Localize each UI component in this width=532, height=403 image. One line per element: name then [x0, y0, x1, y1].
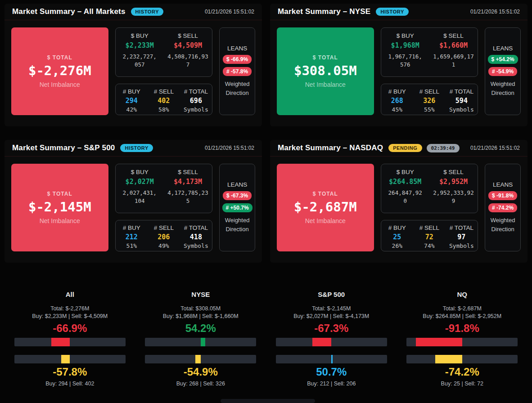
dollar-sell-value: $1,660M — [439, 41, 468, 49]
panel-nasdaq: Market Summary – NASDAQ PENDING 02:39:49… — [270, 140, 527, 263]
count-total-label: # TOTAL — [450, 224, 473, 231]
count-sell-cell: # SELL 206 49% — [148, 224, 180, 251]
horizontal-scrollbar[interactable] — [221, 399, 315, 403]
total-label: $ TOTAL — [313, 54, 338, 61]
total-label: $ TOTAL — [47, 191, 72, 197]
timestamp: 01/21/2026 15:51:02 — [205, 145, 254, 151]
net-imbalance-label: Net Imbalance — [40, 217, 80, 224]
total-value: $308.05M — [294, 63, 357, 78]
weighted-direction-label: Weighted Direction — [485, 216, 520, 234]
weighted-direction-label: Weighted Direction — [485, 80, 520, 98]
leans-box: LEANS $ -91.8% # -74.2% Weighted Directi… — [485, 164, 521, 251]
total-value: $-2,145M — [28, 199, 91, 215]
count-total-cell: # TOTAL 594 Symbols — [446, 88, 478, 115]
stats-column: $ BUY $264.85M 264,847,920 $ SELL $2,952… — [381, 164, 478, 258]
weighted-direction-label: Weighted Direction — [220, 216, 255, 234]
dollar-stats-box: $ BUY $2,233M 2,232,727,057 $ SELL $4,50… — [115, 27, 213, 77]
count-sell-pct: 74% — [424, 242, 434, 249]
count-buy-label: # BUY — [388, 88, 406, 95]
timestamp: 01/21/2026 15:51:02 — [470, 145, 520, 151]
net-imbalance-card: $ TOTAL $-2,276M Net Imbalance — [11, 27, 108, 115]
lean-count-pill: # -74.2% — [488, 203, 517, 212]
panel-title: Market Summary – NASDAQ — [278, 143, 383, 152]
dollar-sell-cell: $ SELL $1,660M 1,659,669,171 — [429, 32, 478, 76]
dollar-sell-raw: 4,172,785,235 — [167, 189, 209, 205]
count-buy-label: # BUY — [388, 224, 406, 231]
summary-counts-line: Buy: 268 | Sell: 326 — [176, 381, 225, 387]
total-value: $-2,687M — [294, 199, 357, 215]
summary-buysell-line: Buy: $2,027M | Sell: $-4,173M — [293, 313, 369, 319]
count-sell-cell: # SELL 402 58% — [148, 88, 180, 115]
count-buy-pct: 45% — [392, 106, 402, 113]
dollar-buy-label: $ BUY — [131, 32, 149, 39]
summary-market-name: All — [66, 291, 74, 298]
lean-count-pill: # -57.8% — [223, 67, 252, 76]
summary-market-name: S&P 500 — [318, 291, 345, 298]
dollar-lean-percent: -91.8% — [445, 322, 479, 335]
net-imbalance-card: $ TOTAL $-2,145M Net Imbalance — [11, 164, 108, 251]
panel-body: $ TOTAL $308.05M Net Imbalance $ BUY $1,… — [270, 20, 527, 122]
dollar-buy-value: $264.85M — [389, 178, 421, 186]
dollar-buy-value: $1,968M — [391, 41, 419, 49]
leans-box: LEANS $ -67.3% # +50.7% Weighted Directi… — [219, 164, 255, 251]
dollar-stats-box: $ BUY $1,968M 1,967,716,576 $ SELL $1,66… — [381, 27, 478, 77]
dollar-buy-raw: 2,027,431,104 — [122, 189, 158, 205]
count-lean-bar — [276, 355, 387, 363]
lean-count-pill: # -54.9% — [488, 67, 517, 76]
dollar-buy-value: $2,027M — [126, 178, 154, 186]
count-buy-value: 294 — [126, 97, 138, 105]
count-sell-label: # SELL — [154, 224, 174, 231]
count-sell-pct: 49% — [158, 242, 169, 249]
dollar-buy-label: $ BUY — [131, 169, 149, 175]
count-sell-value: 402 — [158, 97, 170, 105]
count-sell-value: 72 — [425, 233, 433, 241]
summary-counts-line: Buy: 294 | Sell: 402 — [45, 381, 94, 387]
dollar-sell-value: $2,952M — [439, 178, 468, 186]
count-lean-marker — [331, 355, 333, 363]
count-buy-cell: # BUY 212 51% — [116, 224, 148, 251]
count-lean-bar — [145, 355, 256, 363]
status-badge: HISTORY — [120, 144, 153, 152]
summary-total-line: Total: $-2,276M — [50, 305, 89, 312]
leans-box: LEANS $ +54.2% # -54.9% Weighted Directi… — [485, 27, 521, 115]
summary-counts-line: Buy: 212 | Sell: 206 — [307, 381, 356, 387]
dollar-lean-percent: -67.3% — [314, 322, 348, 335]
count-buy-pct: 26% — [392, 242, 402, 249]
dollar-buy-label: $ BUY — [397, 169, 414, 175]
symbols-label: Symbols — [449, 106, 474, 113]
count-lean-percent: -57.8% — [53, 366, 87, 378]
dollar-buy-label: $ BUY — [397, 32, 414, 39]
dollar-lean-marker — [201, 338, 205, 346]
count-total-label: # TOTAL — [184, 88, 208, 95]
count-lean-marker — [435, 355, 462, 363]
panel-body: $ TOTAL $-2,687M Net Imbalance $ BUY $26… — [270, 157, 527, 258]
dollar-buy-cell: $ BUY $2,027M 2,027,431,104 — [116, 169, 164, 213]
net-imbalance-card: $ TOTAL $-2,687M Net Imbalance — [277, 164, 374, 251]
dollar-sell-label: $ SELL — [443, 169, 463, 175]
dollar-lean-percent: -66.9% — [53, 322, 87, 335]
dollar-lean-marker — [312, 338, 332, 346]
count-lean-percent: -54.9% — [184, 366, 218, 378]
dollar-buy-cell: $ BUY $1,968M 1,967,716,576 — [381, 32, 429, 76]
dollar-sell-raw: 1,659,669,171 — [432, 53, 475, 69]
total-label: $ TOTAL — [47, 54, 72, 61]
panel-title: Market Summary – All Markets — [12, 7, 126, 16]
summary-buysell-line: Buy: $2,233M | Sell: $-4,509M — [32, 313, 108, 319]
panel-title: Market Summary – NYSE — [278, 7, 370, 16]
dollar-sell-label: $ SELL — [178, 169, 198, 175]
count-buy-value: 25 — [393, 233, 401, 241]
summary-total-line: Total: $-2,145M — [312, 305, 351, 312]
summary-total-line: Total: $308.05M — [180, 305, 221, 312]
count-sell-label: # SELL — [419, 88, 439, 95]
count-stats-box: # BUY 268 45% # SELL 326 55% # TOTAL 594… — [381, 84, 478, 115]
status-badge: HISTORY — [131, 8, 164, 16]
symbols-label: Symbols — [184, 106, 208, 113]
dollar-lean-marker — [416, 338, 462, 346]
dollar-lean-bar — [14, 338, 126, 346]
markets-comparison-summary: All Total: $-2,276M Buy: $2,233M | Sell:… — [0, 291, 532, 387]
dollar-sell-label: $ SELL — [178, 32, 198, 39]
timestamp: 01/21/2026 15:51:02 — [470, 9, 520, 15]
timestamp: 01/21/2026 15:51:02 — [205, 9, 254, 15]
dollar-buy-cell: $ BUY $264.85M 264,847,920 — [381, 169, 429, 213]
panel-title: Market Summary – S&P 500 — [12, 143, 115, 152]
